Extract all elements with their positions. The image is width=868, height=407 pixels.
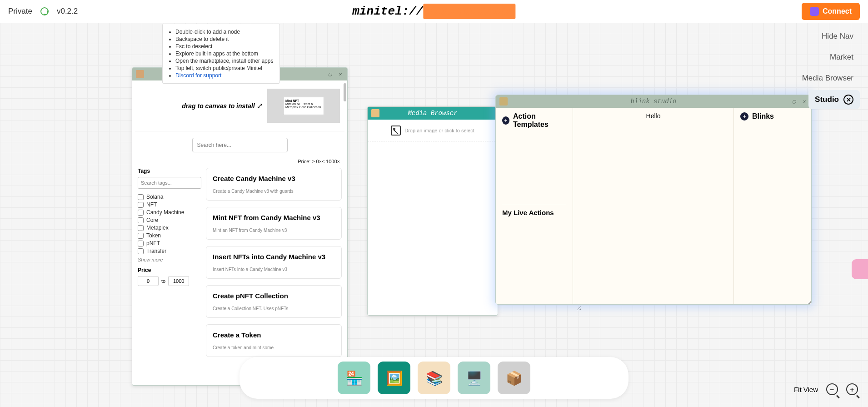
- my-live-actions-header: My Live Actions: [502, 204, 566, 300]
- zoom-in-button[interactable]: +: [846, 383, 858, 395]
- close-studio-icon[interactable]: ✕: [843, 95, 853, 105]
- tag-label: Solana: [146, 194, 163, 200]
- action-templates-label: Action Templates: [513, 112, 566, 129]
- media-drop-zone[interactable]: Drop an image or click to select: [368, 120, 498, 141]
- market-results: Create Candy Machine v3 Create a Candy M…: [206, 168, 342, 357]
- price-from-input[interactable]: [138, 276, 159, 286]
- nav-market[interactable]: Market: [823, 48, 860, 66]
- resize-handle[interactable]: [807, 300, 812, 305]
- connect-wallet-button[interactable]: Connect: [802, 3, 860, 20]
- help-item: Double-click to add a node: [175, 29, 273, 35]
- tag-search-input[interactable]: [138, 177, 201, 189]
- url-prefix: minitel://: [352, 5, 423, 18]
- show-more-tags[interactable]: Show more: [138, 257, 201, 262]
- privacy-toggle[interactable]: Private: [8, 7, 32, 16]
- topbar-right: Connect: [802, 3, 860, 20]
- preview-title: Mint NFT: [285, 99, 322, 102]
- tag-label: Candy Machine: [146, 209, 184, 216]
- tag-row[interactable]: Metaplex: [138, 225, 201, 231]
- tag-label: NFT: [146, 201, 157, 208]
- studio-center: Hello: [573, 108, 734, 304]
- url-display: minitel://xxxxxxxxxxxx: [352, 5, 515, 18]
- market-card[interactable]: Create pNFT Collection Create a Collecti…: [206, 285, 342, 318]
- help-item: Open the marketplace, install other apps: [175, 58, 273, 64]
- window-close-button[interactable]: ✕: [336, 70, 344, 78]
- tag-checkbox[interactable]: [138, 217, 144, 223]
- market-body: drag to canvas to install ⤢ Mint NFT Min…: [132, 80, 347, 385]
- help-item: Top left, switch public/private Minitel: [175, 65, 273, 71]
- card-desc: Mint an NFT from Candy Machine v3: [213, 228, 335, 233]
- floating-side-badge[interactable]: [852, 259, 868, 279]
- market-filters: Tags Solana NFT Candy Machine Core Metap…: [138, 168, 201, 357]
- sync-status-icon: [40, 7, 49, 15]
- tag-row[interactable]: NFT: [138, 201, 201, 208]
- card-desc: Create a token and mint some: [213, 345, 335, 350]
- tag-label: Core: [146, 217, 158, 223]
- tag-row[interactable]: Token: [138, 232, 201, 239]
- media-drop-hint: Drop an image or click to select: [404, 128, 474, 133]
- studio-body: + Action Templates My Live Actions Hello…: [496, 108, 811, 304]
- drag-preview[interactable]: Mint NFT Mint an NFT from a Metaplex Cor…: [267, 89, 340, 123]
- fit-view-button[interactable]: Fit View: [794, 386, 818, 393]
- tag-checkbox[interactable]: [138, 225, 144, 231]
- media-titlebar[interactable]: Media Browser: [368, 107, 498, 120]
- tag-label: Metaplex: [146, 225, 169, 231]
- tag-row[interactable]: Transfer: [138, 248, 201, 254]
- blinks-header[interactable]: + Blinks: [740, 112, 805, 121]
- card-desc: Create a Candy Machine v3 with guards: [213, 189, 335, 194]
- tag-checkbox[interactable]: [138, 202, 144, 208]
- zoom-out-button[interactable]: −: [826, 383, 838, 395]
- dock-app-terminal[interactable]: 🖥️: [458, 362, 490, 394]
- tag-checkbox[interactable]: [138, 233, 144, 239]
- tag-checkbox[interactable]: [138, 210, 144, 216]
- tag-row[interactable]: pNFT: [138, 240, 201, 246]
- media-resize-handle[interactable]: [576, 306, 582, 311]
- studio-title: blink studio: [631, 98, 677, 105]
- market-install-row: drag to canvas to install ⤢ Mint NFT Min…: [135, 80, 344, 131]
- market-card[interactable]: Insert NFTs into Candy Machine v3 Insert…: [206, 246, 342, 279]
- action-templates-header[interactable]: + Action Templates: [502, 112, 566, 129]
- media-app-icon: [371, 109, 379, 117]
- topbar-left: Private v0.2.2: [8, 7, 78, 16]
- tag-row[interactable]: Candy Machine: [138, 209, 201, 216]
- price-summary: Price: ≥ 0×≤ 1000×: [135, 159, 344, 168]
- add-blink-icon[interactable]: +: [740, 112, 748, 121]
- studio-right-col: + Blinks: [734, 108, 811, 304]
- nav-studio[interactable]: Studio ✕: [808, 90, 860, 109]
- hide-nav-link[interactable]: Hide Nav: [815, 27, 860, 45]
- studio-left-col: + Action Templates My Live Actions: [496, 108, 573, 304]
- tag-checkbox[interactable]: [138, 241, 144, 246]
- add-template-icon[interactable]: +: [502, 116, 509, 125]
- dock-app-archive[interactable]: 📦: [498, 362, 530, 394]
- market-search-wrap: [135, 131, 344, 159]
- image-icon: [391, 126, 401, 136]
- help-item: Backspace to delete it: [175, 36, 273, 42]
- studio-center-text: Hello: [646, 112, 661, 120]
- dock-app-market[interactable]: 🏪: [338, 362, 370, 394]
- discord-link[interactable]: Discord for support: [175, 72, 221, 79]
- wallet-icon: [810, 7, 819, 16]
- market-card[interactable]: Mint NFT from Candy Machine v3 Mint an N…: [206, 207, 342, 240]
- price-to-input[interactable]: [168, 276, 189, 286]
- version-label: v0.2.2: [57, 7, 78, 16]
- tag-row[interactable]: Solana: [138, 194, 201, 200]
- market-card[interactable]: Create Candy Machine v3 Create a Candy M…: [206, 168, 342, 201]
- studio-titlebar[interactable]: blink studio ▢ ✕: [496, 95, 811, 108]
- card-desc: Insert NFTs into a Candy Machine v3: [213, 267, 335, 272]
- window-maximize-button[interactable]: ▢: [326, 70, 334, 78]
- tag-row[interactable]: Core: [138, 217, 201, 223]
- dock-app-library[interactable]: 📚: [418, 362, 450, 394]
- blinks-label: Blinks: [752, 112, 774, 121]
- dock-app-media[interactable]: 🖼️: [378, 362, 410, 394]
- card-title: Create a Token: [213, 331, 335, 339]
- card-title: Create pNFT Collection: [213, 292, 335, 300]
- market-search-input[interactable]: [192, 138, 288, 152]
- tag-checkbox[interactable]: [138, 248, 144, 254]
- nav-media-browser[interactable]: Media Browser: [796, 69, 860, 87]
- market-window: market ▢ ✕ drag to canvas to install ⤢ M…: [132, 67, 348, 386]
- media-title: Media Browser: [408, 110, 457, 117]
- tag-checkbox[interactable]: [138, 194, 144, 200]
- market-card[interactable]: Create a Token Create a token and mint s…: [206, 324, 342, 357]
- drag-to-install-label: drag to canvas to install: [182, 102, 254, 110]
- help-tooltip: Double-click to add a node Backspace to …: [162, 24, 280, 84]
